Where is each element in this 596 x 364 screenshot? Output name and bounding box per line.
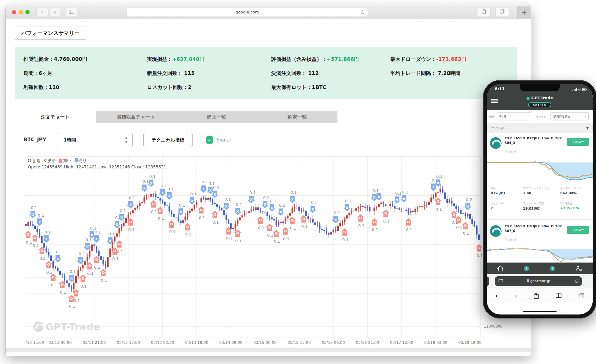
tab-inactive[interactable]: 累積収益チャート [96,111,176,123]
phone-notch [520,84,560,91]
signal-subtitle: AI-signal [505,238,516,241]
svg-text:0.1: 0.1 [358,223,365,228]
url-bar[interactable]: google.com [127,8,368,17]
signal-title: CXR_LASSO_BTCJPY_15m_O_202 304_3 [505,136,566,145]
svg-text:X: X [291,197,294,201]
chart-canvas[interactable]: 1300000012800000126000001240000012200000… [25,156,517,346]
follow-button[interactable]: フォロー [567,226,589,234]
svg-text:0.1: 0.1 [372,227,378,232]
signal-checkbox[interactable]: ✓ [206,136,213,144]
svg-text:0.1: 0.1 [436,207,442,211]
tabs-icon[interactable] [579,293,584,298]
nav-market-icon[interactable]: ₿ [524,266,529,271]
close-window-button[interactable] [12,10,16,14]
forward-button[interactable]: › [49,8,61,17]
reload-icon[interactable] [574,279,579,283]
svg-text:0.1: 0.1 [74,298,80,303]
svg-text:0.1: 0.1 [69,304,75,309]
new-tab-button[interactable]: + [517,6,531,19]
home-icon[interactable] [497,266,503,271]
candlestick-chart[interactable]: O 新規 X 決済 買い 売り Open: 12455469 High: 124… [25,156,517,346]
svg-text:0.1: 0.1 [167,187,174,191]
bookmarks-icon[interactable] [555,293,562,298]
follow-button[interactable]: フォロー [567,138,589,146]
svg-text:0.2: 0.2 [46,270,53,274]
signal-card[interactable]: CXR_LASSO_ETHJPY_60m_O_202 307_6 AI-sign… [487,221,593,245]
svg-text:O: O [81,277,84,281]
reload-icon[interactable] [360,10,365,15]
phone-bottom-nav: ₿ ₿ [487,263,593,274]
svg-text:O: O [213,213,216,217]
share-glyph [482,8,486,14]
mini-chart-canvas [487,245,593,263]
summary-stat: 決済注文回数： 112 [271,70,319,77]
svg-text:O: O [70,297,73,301]
back-icon[interactable]: ‹ [495,292,498,299]
minimize-window-button[interactable] [19,10,23,14]
tab-bar: 注文チャート累積収益チャート建玉一覧約定一覧 [15,111,337,123]
share-icon[interactable] [534,292,539,299]
svg-text:0.1: 0.1 [270,199,276,203]
svg-text:0.1: 0.1 [202,180,208,184]
stat-value: +735.81% [560,206,579,210]
tab-inactive[interactable]: 約定一覧 [257,111,337,123]
summary-stat: 期間：6ヶ月 [24,70,52,77]
divider [487,219,593,220]
account-icon[interactable] [576,266,582,271]
svg-text:0.1: 0.1 [70,269,76,274]
svg-text:0.1: 0.1 [60,290,66,295]
svg-text:X: X [91,233,94,237]
tabs-overview-icon[interactable] [495,8,509,17]
phone-mockup: 8:11 ● GPT-Trade CRYPTO 期間 3ヶ月▾ [483,80,596,318]
svg-text:X: X [31,213,34,217]
chevron-down-icon: ▾ [585,113,586,120]
browser-window: ‹ › google.com + パフォーマンスサマリー 推奨証拠金：4,760… [6,5,531,356]
app-badge: CRYPTO [487,101,593,107]
maximize-window-button[interactable] [25,10,30,14]
forward-icon[interactable]: › [514,292,517,299]
technical-indicator-button[interactable]: テクニカル指標 [143,133,193,147]
stat-value: 7 [491,206,493,210]
filter-accordion[interactable]: フィルター ▼ [487,123,593,133]
timeframe-value: 1時間 [64,137,76,143]
tab-inactive[interactable]: 建玉一覧 [176,111,257,123]
signal-mini-chart [487,245,593,263]
svg-text:X: X [57,257,59,261]
svg-text:X: X [120,216,123,220]
nav-trade-icon[interactable]: ₿ [550,266,555,271]
svg-text:0.1: 0.1 [161,184,167,188]
back-button[interactable]: ‹ [36,8,48,17]
svg-text:0.1: 0.1 [87,271,94,276]
sidebar-icon[interactable] [66,8,77,17]
tab-active[interactable]: 注文チャート [15,111,96,123]
period-select[interactable]: 3ヶ月▾ [496,112,532,120]
share-icon[interactable] [477,8,491,17]
summary-stat: ロスカット回数：2 [147,84,191,91]
svg-text:O: O [436,200,439,204]
reader-icon[interactable] [499,279,503,283]
svg-text:0.1: 0.1 [142,179,149,184]
svg-text:O: O [102,271,105,275]
svg-text:O: O [47,263,50,267]
svg-text:0.1: 0.1 [311,200,317,205]
svg-text:0.1: 0.1 [274,239,280,244]
svg-text:0.2: 0.2 [39,256,46,261]
safari-url-zone: gpt-trade.jp [487,274,593,288]
signal-stats: 銘柄BTC_JPYプロフィットファクター1.88最大ドローダウン662.04%フ… [487,185,593,219]
signal-card[interactable]: CXR_LASSO_BTCJPY_15m_O_202 304_3 AI-sign… [487,133,593,157]
svg-text:X: X [346,206,348,210]
svg-text:0.1: 0.1 [345,199,351,203]
sort-select[interactable]: 残高安定順位▾ [550,112,589,120]
svg-text:O: O [291,219,294,222]
svg-text:0.1: 0.1 [33,243,39,248]
svg-text:O: O [95,258,98,262]
previous-tab-stub[interactable] [487,276,489,286]
page: ‹ › google.com + パフォーマンスサマリー 推奨証拠金：4,760… [0,0,596,364]
mobile-url-bar[interactable]: gpt-trade.jp [495,276,582,286]
timeframe-select[interactable]: 1時間 ▲▼ [58,133,133,147]
svg-text:0.1: 0.1 [112,256,119,261]
home-indicator[interactable] [523,311,557,312]
svg-text:X: X [179,210,182,214]
stat-value: BTC_JPY [491,191,506,195]
svg-text:O: O [373,220,376,224]
